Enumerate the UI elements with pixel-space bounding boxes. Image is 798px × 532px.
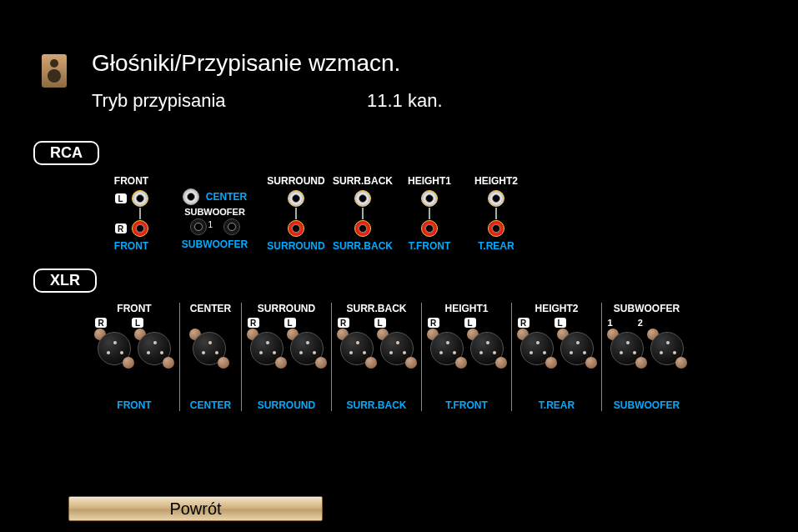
rca-surround-group: SURROUND SURROUND xyxy=(263,175,329,252)
l-badge: L xyxy=(132,318,143,328)
connector-line xyxy=(429,208,430,219)
sub-num-1: 1 xyxy=(208,220,213,229)
xlr-group: HEIGHT1 R L T.FRONT xyxy=(421,303,511,411)
rca-jack-icon xyxy=(421,190,438,207)
xlr-jack-icon xyxy=(648,329,686,368)
header-text: Głośniki/Przypisanie wzmacn. Tryb przypi… xyxy=(92,50,443,112)
rca-subwoofer-bottom-label: SUBWOOFER xyxy=(182,238,248,250)
xlr-bottom-label: SURR.BACK xyxy=(347,399,407,411)
assign-mode-row[interactable]: Tryb przypisania 11.1 kan. xyxy=(92,90,443,112)
sub-num-1: 1 xyxy=(608,318,613,328)
rca-surrback-bottom: SURR.BACK xyxy=(333,240,393,252)
r-badge: R xyxy=(428,318,439,328)
connector-line xyxy=(362,208,364,219)
rca-height1-bottom: T.FRONT xyxy=(409,240,451,252)
rca-surrback-group: SURR.BACK SURR.BACK xyxy=(329,175,396,252)
r-badge: R xyxy=(518,318,529,328)
rca-jack-icon xyxy=(288,190,304,207)
rca-jack-icon xyxy=(223,218,240,235)
xlr-section-header: XLR xyxy=(33,269,798,293)
xlr-bottom-label: SURROUND xyxy=(258,399,315,411)
l-badge: L xyxy=(284,318,296,328)
xlr-top-label: CENTER xyxy=(190,303,231,314)
xlr-jack-icon xyxy=(248,329,286,368)
page-title: Głośniki/Przypisanie wzmacn. xyxy=(92,50,443,77)
rca-height1-top: HEIGHT1 xyxy=(408,175,451,187)
xlr-bottom-label: SUBWOOFER xyxy=(614,399,680,411)
rca-front-group: FRONT L R FRONT xyxy=(96,175,167,252)
xlr-jack-icon xyxy=(428,329,466,368)
xlr-jack-icon xyxy=(190,329,228,368)
return-button[interactable]: Powrót xyxy=(68,496,323,521)
xlr-jack-icon xyxy=(95,329,133,368)
r-badge: R xyxy=(248,318,259,328)
xlr-top-label: HEIGHT1 xyxy=(428,303,506,314)
rca-jack-icon xyxy=(488,220,504,237)
rca-height1-group: HEIGHT1 T.FRONT xyxy=(396,175,463,252)
rca-jack-icon xyxy=(488,190,504,207)
rca-jack-icon xyxy=(354,190,371,207)
xlr-group: SURROUND R L SURROUND xyxy=(241,303,331,411)
rca-jack-icon xyxy=(132,190,148,207)
rca-jack-icon xyxy=(190,218,207,235)
xlr-group: CENTER CENTER xyxy=(179,303,241,411)
xlr-top-label: SURROUND xyxy=(248,303,326,314)
xlr-top-label: FRONT xyxy=(95,303,173,314)
xlr-jack-icon xyxy=(608,329,646,368)
xlr-group: FRONT R L FRONT xyxy=(89,303,179,411)
rca-label: RCA xyxy=(33,141,99,165)
rca-row: FRONT L R FRONT CENTER SUBWOOFER 1 2 S xyxy=(0,175,798,252)
rca-surround-top: SURROUND xyxy=(267,175,324,187)
xlr-top-label: SUBWOOFER xyxy=(608,303,686,314)
header: Głośniki/Przypisanie wzmacn. Tryb przypi… xyxy=(0,0,798,112)
xlr-jack-icon xyxy=(338,329,376,368)
rca-height2-bottom: T.REAR xyxy=(478,240,514,252)
rca-section-header: RCA xyxy=(33,141,798,165)
rca-height2-group: HEIGHT2 T.REAR xyxy=(463,175,529,252)
connector-line xyxy=(495,208,497,219)
rca-jack-icon xyxy=(132,220,148,237)
xlr-group: HEIGHT2 R L T.REAR xyxy=(511,303,601,411)
xlr-bottom-label: CENTER xyxy=(190,399,231,411)
sub-num-2: 2 xyxy=(638,318,643,328)
connector-line xyxy=(139,208,141,219)
xlr-bottom-label: FRONT xyxy=(117,399,151,411)
xlr-bottom-label: T.REAR xyxy=(539,399,575,411)
rca-front-bottom-label: FRONT xyxy=(114,240,148,252)
speaker-icon xyxy=(42,54,67,88)
r-badge: R xyxy=(338,318,349,328)
xlr-top-label: HEIGHT2 xyxy=(518,303,596,314)
rca-surrback-top: SURR.BACK xyxy=(333,175,393,187)
rca-subwoofer-label: SUBWOOFER xyxy=(184,207,245,217)
return-button-label: Powrót xyxy=(169,499,221,519)
xlr-jack-icon xyxy=(288,329,326,368)
r-badge: R xyxy=(115,223,127,233)
xlr-top-label: SURR.BACK xyxy=(338,303,416,314)
xlr-jack-icon xyxy=(378,329,416,368)
rca-surround-bottom: SURROUND xyxy=(267,240,324,252)
rca-jack-icon xyxy=(183,188,199,205)
l-badge: L xyxy=(555,318,566,328)
xlr-group: SURR.BACK R L SURR.BACK xyxy=(331,303,421,411)
rca-jack-icon xyxy=(354,220,371,237)
assign-mode-label: Tryb przypisania xyxy=(92,90,367,112)
xlr-bottom-label: T.FRONT xyxy=(445,399,488,411)
xlr-jack-icon xyxy=(518,329,556,368)
xlr-jack-icon xyxy=(135,329,173,368)
l-badge: L xyxy=(374,318,386,328)
rca-center-sub-group: CENTER SUBWOOFER 1 2 SUBWOOFER xyxy=(167,175,263,250)
rca-front-top-label: FRONT xyxy=(114,175,148,187)
rca-jack-icon xyxy=(288,220,304,237)
assign-mode-value: 11.1 kan. xyxy=(367,90,443,112)
l-badge: L xyxy=(115,193,127,203)
xlr-jack-icon xyxy=(558,329,596,368)
l-badge: L xyxy=(464,318,476,328)
xlr-row: FRONT R L FRONT CENTER xyxy=(0,303,798,411)
rca-center-label: CENTER xyxy=(206,191,247,203)
xlr-label: XLR xyxy=(33,269,97,293)
rca-jack-icon xyxy=(421,220,438,237)
connector-line xyxy=(295,208,297,219)
xlr-jack-icon xyxy=(468,329,506,368)
r-badge: R xyxy=(95,318,107,328)
rca-height2-top: HEIGHT2 xyxy=(474,175,518,187)
